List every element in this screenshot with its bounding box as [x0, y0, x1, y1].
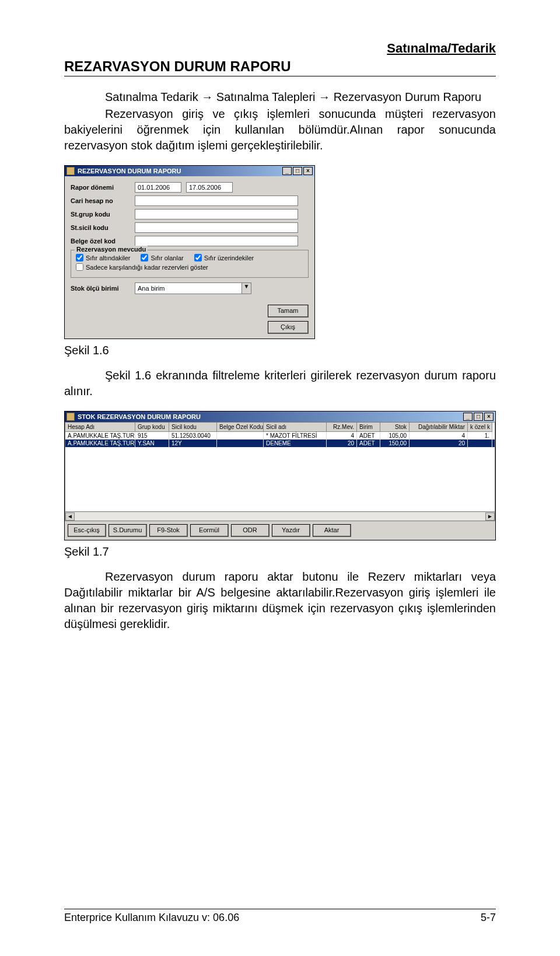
- label-group-code: St.grup kodu: [71, 211, 135, 218]
- col-distributable[interactable]: Dağıtılabilir Miktar: [410, 423, 468, 432]
- stock-unit-value: Ana birim: [135, 285, 242, 292]
- col-group-code[interactable]: Grup kodu: [135, 423, 169, 432]
- page-title: REZARVASYON DURUM RAPORU: [64, 58, 496, 76]
- date-from-input[interactable]: [135, 182, 181, 193]
- footer-left: Enterprice Kullanım Kılavuzu v: 06.06: [64, 912, 239, 924]
- export-button[interactable]: Aktar: [313, 524, 351, 537]
- account-no-input[interactable]: [135, 196, 298, 206]
- figure-caption-1: Şekil 1.6: [64, 344, 496, 357]
- col-stock-name[interactable]: Sicil adı: [264, 423, 327, 432]
- label-report-period: Rapor dönemi: [71, 184, 135, 191]
- scroll-track[interactable]: [75, 512, 485, 521]
- minimize-icon[interactable]: _: [463, 413, 473, 421]
- group-code-input[interactable]: [135, 209, 298, 219]
- dialog2-titlebar[interactable]: STOK REZERVASYON DURUM RAPORU _ □ ×: [65, 411, 495, 422]
- chk-above-zero-label: Sıfır üzerindekiler: [204, 254, 254, 261]
- odr-button[interactable]: ODR: [231, 524, 270, 537]
- reservation-balance-fieldset: Rezervasyon mevcudu Sıfır altındakiler S…: [71, 250, 309, 278]
- horizontal-scrollbar[interactable]: ◄ ►: [65, 511, 495, 521]
- paragraph-export: Rezervasyon durum raporu aktar butonu il…: [64, 569, 496, 632]
- stock-code-input[interactable]: [135, 222, 298, 233]
- col-unit[interactable]: Birim: [357, 423, 380, 432]
- chk-zero-label: Sıfır olanlar: [150, 254, 183, 261]
- dialog-title: REZERVASYON DURUM RAPORU: [78, 168, 181, 175]
- close-icon[interactable]: ×: [484, 413, 494, 421]
- col-stock[interactable]: Stok: [380, 423, 410, 432]
- table-row[interactable]: A.PAMUKKALE TAŞ.TUR. Y.SAN 12Y DENEME 20…: [65, 439, 495, 447]
- dialog-titlebar[interactable]: REZERVASYON DURUM RAPORU _ □ ×: [65, 166, 314, 176]
- label-doc-code: Belge özel kod: [71, 238, 135, 245]
- chevron-down-icon[interactable]: ▼: [242, 283, 251, 294]
- chk-zero[interactable]: Sıfır olanlar: [141, 254, 183, 261]
- header-category: Satınalma/Tedarik: [64, 41, 496, 56]
- col-rzmev[interactable]: Rz.Mev.: [327, 423, 357, 432]
- reservation-report-dialog: REZERVASYON DURUM RAPORU _ □ × Rapor dön…: [64, 165, 315, 339]
- print-button[interactable]: Yazdır: [272, 524, 310, 537]
- date-to-input[interactable]: [186, 182, 233, 193]
- label-stock-unit: Stok ölçü birimi: [71, 285, 135, 292]
- exit-button[interactable]: Çıkış: [268, 321, 309, 334]
- formula-button[interactable]: Eormül: [190, 524, 229, 537]
- dialog2-title: STOK REZERVASYON DURUM RAPORU: [78, 413, 201, 420]
- status-button[interactable]: S.Durumu: [108, 524, 147, 537]
- chk-above-zero[interactable]: Sıfır üzerindekiler: [194, 254, 254, 261]
- stock-unit-combo[interactable]: Ana birim ▼: [135, 282, 251, 294]
- close-icon[interactable]: ×: [303, 167, 313, 175]
- col-account-name[interactable]: Hesap Adı: [65, 423, 135, 432]
- col-doc-code[interactable]: Belge Özel Kodu: [217, 423, 264, 432]
- chk-below-zero[interactable]: Sıfır altındakiler: [76, 254, 130, 261]
- intro-paragraph: Rezervasyon giriş ve çıkış işlemleri son…: [64, 106, 496, 153]
- footer-page-number: 5-7: [481, 912, 496, 924]
- chk-only-matched[interactable]: Sadece karşılandığı kadar rezervleri gös…: [76, 263, 208, 271]
- doc-code-input[interactable]: [135, 236, 298, 246]
- minimize-icon[interactable]: _: [282, 167, 292, 175]
- grid-blank-area: [65, 447, 495, 511]
- label-account-no: Cari hesap no: [71, 197, 135, 204]
- label-stock-code: St.sicil kodu: [71, 224, 135, 231]
- app-icon: [66, 167, 75, 175]
- f9-stock-button[interactable]: F9-Stok: [149, 524, 188, 537]
- report-grid: Hesap Adı Grup kodu Sicil kodu Belge Öze…: [65, 422, 495, 521]
- breadcrumb-text: Satınalma Tedarik → Satınalma Talepleri …: [64, 89, 496, 105]
- esc-exit-button[interactable]: Esc-çıkış: [68, 524, 106, 537]
- app-icon: [66, 413, 75, 421]
- col-kozel[interactable]: k özel k: [468, 423, 492, 432]
- maximize-icon[interactable]: □: [474, 413, 483, 421]
- page-footer: Enterprice Kullanım Kılavuzu v: 06.06 5-…: [64, 909, 496, 924]
- figure-caption-2: Şekil 1.7: [64, 545, 496, 559]
- scroll-right-icon[interactable]: ►: [485, 512, 495, 521]
- fieldset-legend: Rezervasyon mevcudu: [75, 246, 148, 253]
- report-button-bar: Esc-çıkış S.Durumu F9-Stok Eormül ODR Ya…: [65, 521, 495, 540]
- chk-below-zero-label: Sıfır altındakiler: [86, 254, 130, 261]
- table-row[interactable]: A.PAMUKKALE TAŞ.TUR. 915 51.12503.0040 *…: [65, 432, 495, 439]
- stock-reservation-report-dialog: STOK REZERVASYON DURUM RAPORU _ □ × Hesa…: [64, 411, 496, 540]
- ok-button[interactable]: Tamam: [268, 305, 309, 317]
- maximize-icon[interactable]: □: [293, 167, 302, 175]
- paragraph-filter: Şekil 1.6 ekranında filtreleme kriterler…: [64, 368, 496, 399]
- scroll-left-icon[interactable]: ◄: [65, 512, 75, 521]
- col-stock-code[interactable]: Sicil kodu: [169, 423, 217, 432]
- chk-only-matched-label: Sadece karşılandığı kadar rezervleri gös…: [86, 264, 208, 271]
- grid-header: Hesap Adı Grup kodu Sicil kodu Belge Öze…: [65, 423, 495, 432]
